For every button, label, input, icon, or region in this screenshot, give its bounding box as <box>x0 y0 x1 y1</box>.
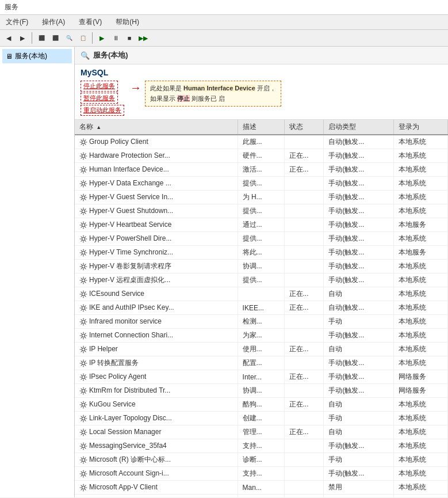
col-header-status[interactable]: 状态 <box>284 120 324 135</box>
service-desc: 管理... <box>238 495 284 498</box>
table-row[interactable]: Microsoft App-V Client Man... 禁用 本地系统 <box>75 481 448 495</box>
service-login: 本地系统 <box>393 232 447 246</box>
service-starttype: 手动 <box>324 412 393 425</box>
services-tbody: Group Policy Client 此服... 自动(触发... 本地系统 … <box>75 135 448 497</box>
toolbar-stop[interactable]: ■ <box>123 32 136 44</box>
table-row[interactable]: MessagingService_35fa4 支持... 手动(触发... 本地… <box>75 439 448 453</box>
svg-point-3 <box>82 182 85 185</box>
table-row[interactable]: IKE and AuthIP IPsec Key... IKEE... 正在..… <box>75 301 448 315</box>
service-desc: 管理... <box>238 425 284 439</box>
mysql-panel-title: MySQL <box>81 68 442 77</box>
table-row[interactable]: Group Policy Client 此服... 自动(触发... 本地系统 <box>75 135 448 149</box>
toolbar-sep1 <box>32 32 32 44</box>
table-row[interactable]: Hyper-V Guest Shutdown... 提供... 手动(触发...… <box>75 204 448 218</box>
col-name-label: 名称 <box>79 123 93 131</box>
service-name: Local Session Manager <box>75 425 238 439</box>
col-header-starttype[interactable]: 启动类型 <box>324 120 393 135</box>
menu-help[interactable]: 帮助(H) <box>112 16 143 28</box>
col-header-desc[interactable]: 描述 <box>238 120 284 135</box>
toolbar-pause[interactable]: ⏸ <box>109 32 122 44</box>
table-row[interactable]: Hyper-V Guest Service In... 为 H... 手动(触发… <box>75 191 448 204</box>
restart-service-link[interactable]: 重启动此服务 <box>81 105 124 116</box>
svg-point-7 <box>82 237 85 240</box>
table-row[interactable]: Link-Layer Topology Disc... 创建... 手动 本地系… <box>75 412 448 425</box>
col-header-login[interactable]: 登录为 <box>393 120 447 135</box>
svg-point-22 <box>82 444 85 447</box>
table-row[interactable]: Hyper-V 卷影复制请求程序 协调... 手动(触发... 本地系统 <box>75 260 448 273</box>
menu-view[interactable]: 查看(V) <box>75 16 105 28</box>
toolbar-btn3[interactable]: 🔍 <box>63 32 75 44</box>
table-row[interactable]: Microsoft (R) 诊断中心标... 诊断... 手动 本地系统 <box>75 453 448 467</box>
table-row[interactable]: Microsoft Account Sign-i... 支持... 手动(触发.… <box>75 467 448 481</box>
service-starttype: 手动(触发... <box>324 273 393 287</box>
title-bar: 服务 <box>0 0 448 15</box>
svg-point-9 <box>82 265 85 268</box>
service-desc: 提供... <box>238 204 284 218</box>
table-row[interactable]: Microsoft iSCSI Initiator ... 管理... 手动 本… <box>75 495 448 498</box>
service-starttype: 禁用 <box>324 481 393 495</box>
services-table-container[interactable]: 名称 ▲ 描述 状态 启动类型 登录为 <box>75 120 448 497</box>
menu-file[interactable]: 文件(F) <box>2 16 32 28</box>
svg-point-19 <box>82 403 85 406</box>
annotation-box: 此处如果是 Human Interface Device 开启， 如果显示 停止… <box>145 81 281 107</box>
service-login: 本地系统 <box>393 191 447 204</box>
table-row[interactable]: Human Interface Device... 激活... 正在... 手动… <box>75 163 448 177</box>
table-row[interactable]: Hyper-V Data Exchange ... 提供... 手动(触发...… <box>75 177 448 191</box>
table-row[interactable]: Local Session Manager 管理... 正在... 自动 本地系… <box>75 425 448 439</box>
service-login: 本地系统 <box>393 495 447 498</box>
service-starttype: 手动 <box>324 315 393 329</box>
toolbar-btn2[interactable]: ⬛ <box>49 32 62 44</box>
toolbar-btn4[interactable]: 📋 <box>76 32 89 44</box>
svg-point-5 <box>82 210 85 212</box>
toolbar-start[interactable]: ▶ <box>95 32 108 44</box>
table-row[interactable]: IPsec Policy Agent Inter... 正在... 手动(触发.… <box>75 370 448 384</box>
service-status <box>284 356 324 370</box>
service-desc: 支持... <box>238 467 284 481</box>
service-name: Hyper-V Data Exchange ... <box>75 177 238 191</box>
table-row[interactable]: Infrared monitor service 检测... 手动 本地系统 <box>75 315 448 329</box>
toolbar-restart[interactable]: ▶▶ <box>137 32 150 44</box>
service-name: Internet Connection Shari... <box>75 329 238 343</box>
service-desc: 为 H... <box>238 191 284 204</box>
service-desc <box>238 287 284 301</box>
table-row[interactable]: IP Helper 使用... 正在... 自动 本地系统 <box>75 343 448 356</box>
table-row[interactable]: ICEsound Service 正在... 自动 本地系统 <box>75 287 448 301</box>
service-name: IPsec Policy Agent <box>75 370 238 384</box>
toolbar-forward[interactable]: ▶ <box>16 32 29 44</box>
service-starttype: 手动(触发... <box>324 204 393 218</box>
svg-point-4 <box>82 196 85 199</box>
svg-point-25 <box>82 486 85 489</box>
pause-service-link[interactable]: 暂停此服务 <box>81 93 118 104</box>
toolbar-back[interactable]: ◀ <box>2 32 15 44</box>
table-row[interactable]: Hyper-V Heartbeat Service 通过... 手动(触发...… <box>75 218 448 232</box>
col-header-name[interactable]: 名称 ▲ <box>75 120 238 135</box>
services-table: 名称 ▲ 描述 状态 启动类型 登录为 <box>75 120 448 497</box>
svg-point-17 <box>82 375 85 378</box>
table-row[interactable]: Hyper-V PowerShell Dire... 提供... 手动(触发..… <box>75 232 448 246</box>
service-login: 本地系统 <box>393 425 447 439</box>
service-desc: 创建... <box>238 412 284 425</box>
menu-action[interactable]: 操作(A) <box>39 16 68 28</box>
service-starttype: 手动(触发... <box>324 467 393 481</box>
service-login: 本地系统 <box>393 301 447 315</box>
service-login: 本地系统 <box>393 287 447 301</box>
svg-point-23 <box>82 458 85 461</box>
service-status: 正在... <box>284 398 324 412</box>
sidebar-item-local-services[interactable]: 🖥 服务(本地) <box>2 49 72 63</box>
table-row[interactable]: IP 转换配置服务 配置... 手动(触发... 本地系统 <box>75 356 448 370</box>
service-name: KuGou Service <box>75 398 238 412</box>
table-row[interactable]: KtmRm for Distributed Tr... 协调... 手动(触发.… <box>75 384 448 398</box>
toolbar-btn1[interactable]: ⬛ <box>35 32 48 44</box>
service-desc: 通过... <box>238 218 284 232</box>
service-login: 本地系统 <box>393 439 447 453</box>
table-row[interactable]: Hyper-V Time Synchroniz... 将此... 手动(触发..… <box>75 246 448 260</box>
service-status <box>284 412 324 425</box>
right-panel: 🔍 服务(本地) MySQL 停止此服务 暂停此服务 重启动此服务 → 此处如果… <box>75 47 448 497</box>
svg-point-12 <box>82 306 85 309</box>
table-row[interactable]: Hyper-V 远程桌面虚拟化... 提供... 手动(触发... 本地系统 <box>75 273 448 287</box>
service-starttype: 自动 <box>324 425 393 439</box>
table-row[interactable]: KuGou Service 酷狗... 正在... 自动 本地系统 <box>75 398 448 412</box>
table-row[interactable]: Internet Connection Shari... 为家... 手动(触发… <box>75 329 448 343</box>
table-row[interactable]: Hardware Protection Ser... 硬件... 正在... 手… <box>75 149 448 163</box>
stop-service-link[interactable]: 停止此服务 <box>81 81 118 92</box>
